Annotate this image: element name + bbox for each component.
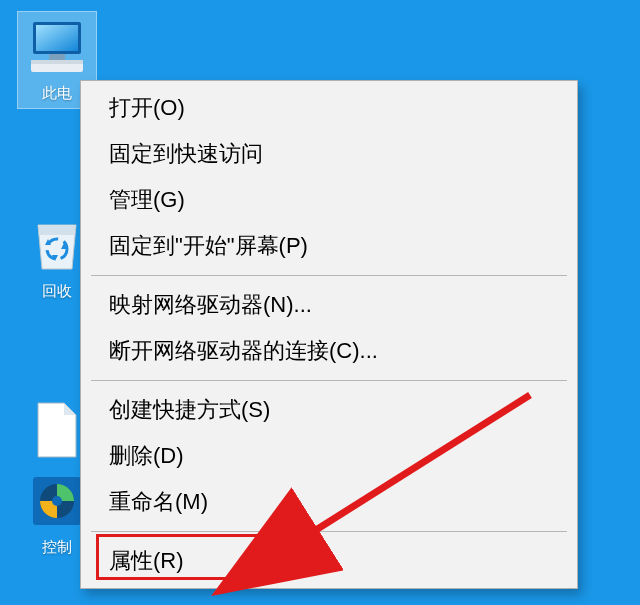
svg-point-9	[52, 496, 62, 506]
menu-item-pin-quick-access[interactable]: 固定到快速访问	[81, 131, 577, 177]
computer-icon	[18, 12, 96, 82]
menu-item-map-drive[interactable]: 映射网络驱动器(N)...	[81, 282, 577, 328]
context-menu: 打开(O) 固定到快速访问 管理(G) 固定到"开始"屏幕(P) 映射网络驱动器…	[80, 80, 578, 589]
menu-separator	[91, 275, 567, 276]
file-icon	[30, 400, 84, 460]
menu-item-open[interactable]: 打开(O)	[81, 85, 577, 131]
svg-rect-2	[36, 25, 78, 51]
menu-item-create-shortcut[interactable]: 创建快捷方式(S)	[81, 387, 577, 433]
menu-item-pin-start[interactable]: 固定到"开始"屏幕(P)	[81, 223, 577, 269]
svg-rect-3	[49, 54, 65, 60]
menu-separator	[91, 531, 567, 532]
menu-item-properties[interactable]: 属性(R)	[81, 538, 577, 584]
svg-rect-5	[31, 60, 83, 64]
menu-item-rename[interactable]: 重命名(M)	[81, 479, 577, 525]
menu-item-disconnect-drive[interactable]: 断开网络驱动器的连接(C)...	[81, 328, 577, 374]
menu-item-manage[interactable]: 管理(G)	[81, 177, 577, 223]
menu-separator	[91, 380, 567, 381]
desktop-icon-unnamed-file[interactable]	[30, 400, 84, 460]
menu-item-delete[interactable]: 删除(D)	[81, 433, 577, 479]
